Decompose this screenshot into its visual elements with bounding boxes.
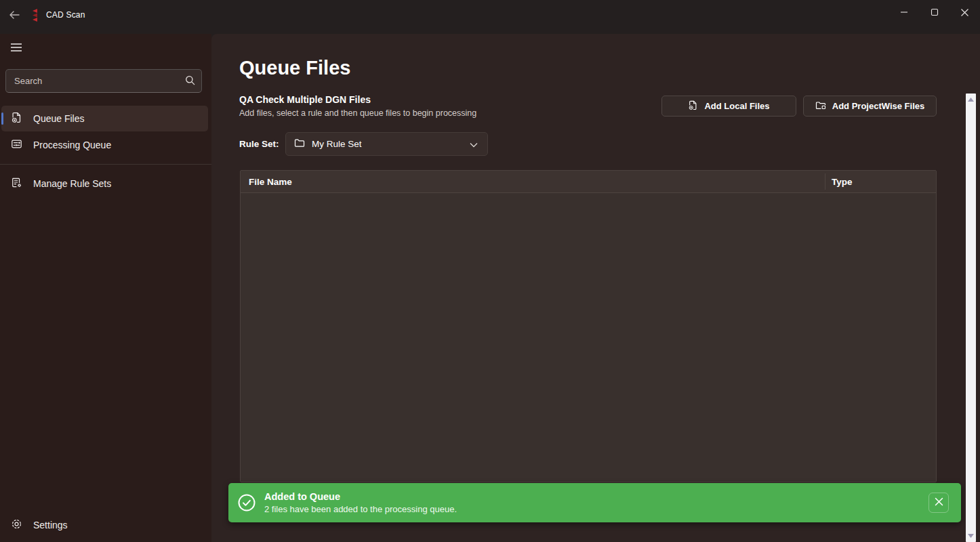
rule-set-value: My Rule Set: [312, 139, 463, 149]
rule-set-dropdown[interactable]: My Rule Set: [285, 132, 488, 156]
gear-icon: [11, 518, 22, 533]
document-plus-icon: [688, 100, 698, 112]
file-table: File Name Type: [240, 170, 937, 482]
sidebar-item-label: Processing Queue: [33, 140, 111, 150]
sidebar-item-settings[interactable]: Settings: [1, 512, 208, 538]
minimize-icon: [900, 8, 908, 16]
app-window: CAD Scan: [0, 0, 980, 542]
hamburger-icon: [11, 43, 22, 54]
task-list-icon: [11, 138, 22, 152]
column-header-type[interactable]: Type: [825, 177, 853, 187]
file-table-header: File Name Type: [241, 171, 936, 193]
add-projectwise-files-label: Add ProjectWise Files: [832, 101, 924, 111]
sidebar-item-manage-rule-sets[interactable]: Manage Rule Sets: [1, 171, 208, 196]
back-button[interactable]: [4, 6, 24, 25]
sidebar-nav: Queue Files Processing Queue Manage Rule…: [0, 105, 211, 197]
maximize-button[interactable]: [919, 0, 950, 24]
file-table-body: [241, 194, 936, 482]
sidebar-item-label: Manage Rule Sets: [33, 178, 111, 189]
nav-menu-button[interactable]: [3, 37, 29, 59]
minimize-button[interactable]: [889, 0, 919, 24]
app-title: CAD Scan: [46, 10, 85, 20]
add-local-files-button[interactable]: Add Local Files: [661, 96, 796, 117]
toast-text: Added to Queue 2 files have been added t…: [264, 491, 928, 514]
settings-label: Settings: [33, 520, 68, 530]
close-icon: [960, 8, 969, 17]
document-gear-icon: [11, 177, 22, 191]
check-circle-icon: [237, 493, 256, 512]
arrow-left-icon: [9, 10, 20, 22]
document-plus-icon: [11, 112, 22, 126]
toast-close-button[interactable]: [928, 493, 949, 513]
add-projectwise-files-button[interactable]: Add ProjectWise Files: [803, 96, 937, 117]
column-header-file-name[interactable]: File Name: [241, 177, 825, 187]
window-controls: [889, 0, 980, 24]
maximize-icon: [931, 8, 939, 16]
rule-set-label: Rule Set:: [239, 139, 279, 149]
selected-indicator: [1, 112, 3, 125]
chevron-down-icon: [470, 138, 478, 150]
toast-message: 2 files have been added to the processin…: [264, 504, 928, 514]
page-title: Queue Files: [239, 57, 350, 79]
sidebar-item-processing-queue[interactable]: Processing Queue: [1, 132, 208, 158]
close-icon: [935, 497, 943, 508]
close-button[interactable]: [950, 0, 980, 24]
titlebar: CAD Scan: [0, 0, 980, 34]
app-logo-icon: [30, 8, 41, 22]
section-subtitle: Add files, select a rule and then queue …: [239, 108, 476, 118]
scroll-down-icon[interactable]: [966, 531, 976, 541]
add-local-files-label: Add Local Files: [704, 101, 769, 111]
sidebar-item-label: Queue Files: [33, 113, 84, 124]
main-content: Queue Files QA Check Multiple DGN Files …: [211, 34, 980, 542]
sidebar-divider: [0, 164, 211, 165]
folder-icon: [294, 138, 305, 150]
section-title: QA Check Multiple DGN Files: [239, 94, 371, 105]
toast-title: Added to Queue: [264, 491, 928, 502]
search-input[interactable]: [5, 69, 202, 93]
scrollbar[interactable]: [966, 93, 976, 542]
scroll-up-icon[interactable]: [966, 95, 976, 104]
search-box: [5, 69, 202, 93]
sidebar-item-queue-files[interactable]: Queue Files: [1, 106, 208, 131]
sidebar: Queue Files Processing Queue Manage Rule…: [0, 34, 211, 542]
folder-cube-icon: [815, 100, 826, 112]
toast-notification: Added to Queue 2 files have been added t…: [228, 483, 961, 522]
